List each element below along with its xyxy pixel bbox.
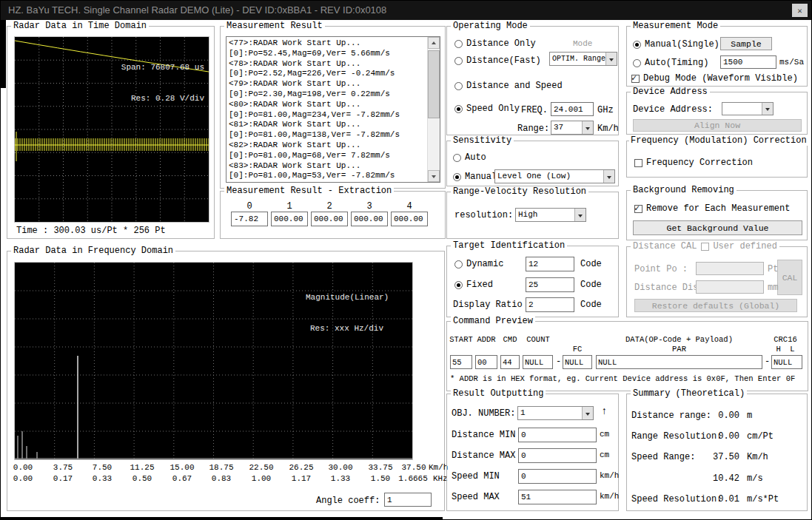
- distance-min-input[interactable]: [518, 428, 597, 442]
- list-item: <79>:RADAR Work Start Up...: [229, 79, 426, 90]
- summary-value: 10.42: [698, 473, 739, 484]
- extraction-header: 3: [351, 201, 388, 212]
- remove-each-measurement-checkbox[interactable]: ✓ Remove for Each Measurement: [634, 203, 790, 214]
- list-item: <77>:RADAR Work Start Up...: [229, 38, 426, 49]
- axis-tick-label: 1.33: [322, 474, 359, 483]
- radio-fixed[interactable]: Fixed: [454, 280, 493, 290]
- range-select[interactable]: 37: [551, 121, 594, 135]
- extraction-group: Measurement Result - Extraction 0 1 2 3 …: [220, 191, 446, 239]
- checkbox-label: User defined: [713, 241, 776, 251]
- radio-icon: [454, 260, 463, 269]
- radio-icon: [454, 57, 463, 65]
- summary-value: 0.00: [698, 431, 739, 442]
- sensitivity-level-select[interactable]: Level One (Low): [494, 169, 615, 183]
- point-po-input[interactable]: [696, 262, 764, 275]
- summary-label: Speed Range:: [631, 452, 695, 462]
- time-domain-chart: Span: 76807.68 us Res: 0.28 V/div: [14, 36, 209, 223]
- distance-dis-input[interactable]: [696, 280, 764, 294]
- radio-manual-single[interactable]: Manual(Single): [633, 39, 719, 50]
- device-address-select[interactable]: [722, 102, 774, 115]
- scroll-down-button[interactable]: [428, 170, 440, 182]
- count-input[interactable]: [523, 355, 553, 369]
- radio-sensitivity-auto[interactable]: Auto: [453, 152, 486, 163]
- display-ratio-input[interactable]: [526, 297, 574, 312]
- up-arrow-icon[interactable]: ↑: [601, 405, 607, 417]
- freq-label: FREQ.: [521, 105, 548, 115]
- extraction-header: 0: [231, 201, 268, 212]
- result-outputting-group: Result Outputting OBJ. NUMBER: 1 ↑ Dista…: [446, 394, 619, 511]
- list-item: <78>:RADAR Work Start Up...: [229, 59, 426, 70]
- extraction-value-0[interactable]: [231, 212, 268, 226]
- measurement-result-list[interactable]: <77>:RADAR Work Start Up... [0]:Po=52.45…: [226, 36, 440, 183]
- extraction-value-2[interactable]: [311, 212, 348, 226]
- distance-max-input[interactable]: [518, 448, 597, 463]
- sample-button[interactable]: Sample: [720, 37, 772, 50]
- list-item: [0]:Po=81.00,Mag=234,Ver= -7.82mm/s: [229, 110, 426, 121]
- list-item: [0]:Po=81.00,Mag=68,Ver= 7.82mm/s: [229, 151, 426, 161]
- frequency-domain-chart: Magnitude(Linear) Res: xxx Hz/div: [14, 262, 413, 460]
- check-icon: ✓: [634, 203, 640, 214]
- window-edge-bottom: [1, 517, 443, 520]
- speed-min-input[interactable]: [518, 469, 597, 484]
- radio-auto-timing[interactable]: Auto(Timing): [633, 58, 708, 68]
- start-input[interactable]: [450, 355, 472, 369]
- rv-resolution-group: Range-Velocity Resolution resolution: Hi…: [446, 192, 619, 239]
- list-item: <83>:RADAR Work Start Up...: [229, 161, 426, 172]
- close-button[interactable]: ✕: [792, 4, 808, 17]
- target-identification-group: Target Identification Dynamic Code Fixed…: [446, 246, 619, 317]
- extraction-value-4[interactable]: [391, 212, 428, 226]
- align-now-button[interactable]: Align Now: [633, 119, 802, 132]
- group-title: Device Address: [631, 87, 710, 97]
- fixed-code-input[interactable]: [526, 277, 574, 292]
- user-defined-checkbox[interactable]: User defined: [701, 241, 776, 251]
- scrollbar[interactable]: [427, 37, 440, 182]
- code-label: Code: [580, 300, 602, 310]
- debug-mode-checkbox[interactable]: ✓ Debug Mode (Waveform Visible): [631, 73, 798, 84]
- radio-distance-only[interactable]: Distance Only: [454, 38, 536, 49]
- get-background-value-button[interactable]: Get Background Value: [633, 220, 802, 235]
- radio-distance-fast[interactable]: Distance(Fast): [454, 55, 541, 66]
- check-icon: ✓: [631, 72, 637, 84]
- close-icon: ✕: [797, 6, 802, 16]
- radio-dynamic[interactable]: Dynamic: [454, 259, 503, 269]
- speed-max-label: Speed MAX: [452, 492, 500, 502]
- summary-unit: m/s*Pt: [747, 494, 779, 504]
- triangle-down-icon: [432, 175, 436, 180]
- obj-number-select[interactable]: 1: [517, 406, 594, 420]
- axis-tick-label: 1.17: [283, 474, 320, 483]
- extraction-value-1[interactable]: [271, 212, 308, 226]
- scrollbar-thumb[interactable]: [428, 50, 440, 118]
- frequency-correction-checkbox[interactable]: Frequency Correction: [634, 158, 753, 168]
- mode-select[interactable]: OPTIM. Range: [549, 52, 617, 66]
- fc-input[interactable]: [563, 355, 592, 369]
- code-label: Code: [580, 259, 602, 269]
- summary-value: 37.50: [698, 452, 739, 462]
- timing-interval-input[interactable]: [720, 55, 776, 69]
- dynamic-code-input[interactable]: [526, 257, 574, 271]
- crc-input[interactable]: [771, 355, 802, 369]
- cal-button[interactable]: CAL: [777, 260, 802, 295]
- axis-tick-label: 33.75: [362, 463, 399, 472]
- resolution-select[interactable]: High: [515, 208, 586, 222]
- restore-defaults-button[interactable]: Restore defaults (Global): [634, 299, 797, 312]
- radio-speed-only[interactable]: Speed Only: [454, 104, 520, 114]
- cmd-input[interactable]: [500, 355, 520, 369]
- group-title: Operating Mode: [451, 21, 530, 31]
- group-title: Result Outputting: [451, 388, 546, 399]
- code-label: Code: [580, 280, 602, 290]
- magnitude-label: Magnitude(Linear): [306, 292, 389, 303]
- extraction-value-3[interactable]: [351, 212, 388, 226]
- separator-dash: -: [556, 357, 561, 367]
- chevron-down-icon: [574, 209, 585, 221]
- speed-max-input[interactable]: [518, 490, 597, 504]
- addr-input[interactable]: [475, 355, 497, 369]
- title-bar[interactable]: HZ. BaYu TECH. Single Channel Radar DEMO…: [1, 1, 811, 20]
- angle-coeff-input[interactable]: [384, 493, 432, 507]
- list-item: <82>:RADAR Work Start Up...: [229, 141, 426, 151]
- freq-input[interactable]: [551, 102, 594, 116]
- par-input[interactable]: [596, 355, 762, 369]
- distance-max-label: Distance MAX: [452, 450, 515, 461]
- scroll-up-button[interactable]: [428, 37, 440, 49]
- radio-distance-and-speed[interactable]: Distance and Speed: [454, 81, 563, 91]
- radio-sensitivity-manual[interactable]: Manual: [453, 172, 497, 182]
